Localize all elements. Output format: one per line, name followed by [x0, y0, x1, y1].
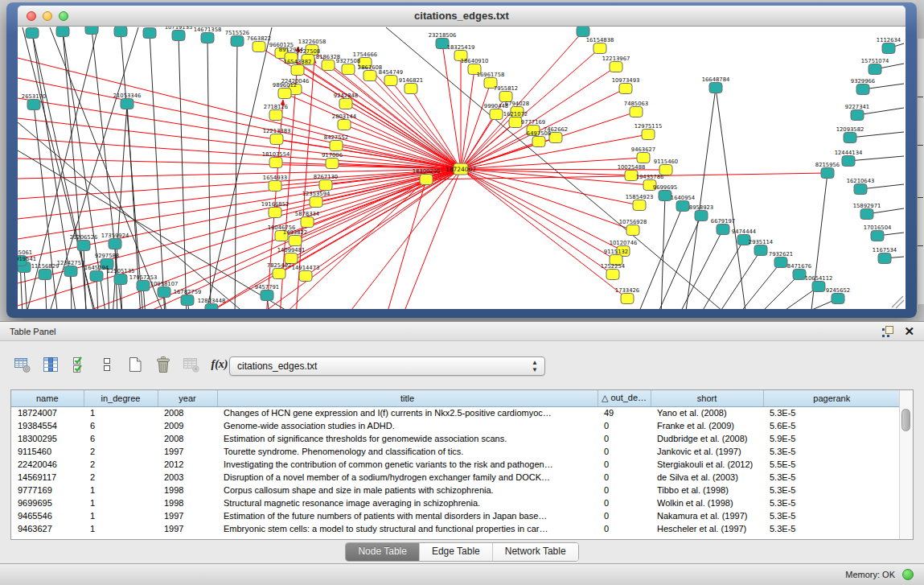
table-cell[interactable]: 1998	[158, 484, 217, 496]
graph-node[interactable]	[64, 266, 77, 277]
graph-node[interactable]	[593, 43, 606, 54]
table-cell[interactable]: Investigating the contribution of common…	[217, 458, 598, 471]
table-row[interactable]: 977716911998Corpus callosum shape and si…	[11, 484, 900, 496]
graph-node[interactable]	[181, 295, 194, 306]
table-row[interactable]: 946554611997Estimation of the future num…	[11, 509, 900, 522]
table-cell[interactable]: 9699695	[11, 496, 84, 509]
table-cell[interactable]: 5.6E-5	[763, 419, 900, 432]
table-cell[interactable]: 2	[84, 445, 158, 458]
table-cell[interactable]: 5.3E-5	[763, 484, 900, 496]
table-cell[interactable]: 19384554	[11, 419, 84, 432]
graph-edge[interactable]	[848, 156, 904, 161]
graph-node[interactable]	[490, 109, 503, 120]
graph-node[interactable]	[606, 270, 619, 280]
float-panel-button[interactable]	[882, 325, 894, 337]
table-cell[interactable]: 5.9E-5	[763, 432, 900, 445]
table-cell[interactable]: Changes of HCN gene expression and I(f) …	[217, 406, 598, 419]
delete-column-button[interactable]	[182, 355, 201, 374]
table-cell[interactable]: 0	[598, 432, 651, 445]
graph-node[interactable]	[261, 290, 273, 301]
memory-status-indicator[interactable]	[902, 569, 914, 580]
graph-node[interactable]	[854, 184, 867, 195]
graph-node[interactable]	[633, 200, 646, 211]
graph-node[interactable]	[326, 159, 339, 169]
table-cell[interactable]: de Silva et al. (2003)	[651, 471, 763, 484]
graph-edge[interactable]	[716, 88, 746, 309]
graph-node[interactable]	[114, 27, 127, 37]
graph-edge[interactable]	[442, 43, 461, 169]
graph-edge[interactable]	[207, 38, 211, 309]
table-cell[interactable]: 0	[598, 445, 651, 458]
table-cell[interactable]: Corpus callosum shape and size in male p…	[217, 484, 598, 496]
graph-node[interactable]	[121, 99, 133, 109]
graph-node[interactable]	[269, 181, 281, 192]
graph-node[interactable]	[301, 217, 314, 228]
graph-node[interactable]	[109, 239, 121, 249]
graph-node[interactable]	[143, 28, 156, 39]
graph-node[interactable]	[322, 60, 335, 71]
close-panel-button[interactable]: ✕	[904, 325, 914, 337]
graph-node[interactable]	[158, 287, 170, 298]
table-cell[interactable]: 6	[84, 432, 158, 445]
graph-node[interactable]	[269, 110, 282, 121]
table-row[interactable]: 1872400712008Changes of HCN gene express…	[11, 406, 900, 419]
graph-edge[interactable]	[18, 78, 461, 169]
table-cell[interactable]: 0	[598, 496, 651, 509]
table-row[interactable]: 911546021997Tourette syndrome. Phenomeno…	[11, 445, 900, 458]
table-row[interactable]: 2242004622012Investigating the contribut…	[11, 458, 900, 471]
graph-node[interactable]	[114, 274, 127, 285]
table-cell[interactable]: 1	[84, 484, 158, 496]
column-header[interactable]: pagerank	[763, 390, 900, 406]
table-cell[interactable]: Hescheler et al. (1997)	[651, 522, 763, 535]
graph-node[interactable]	[626, 225, 639, 236]
graph-node[interactable]	[869, 64, 881, 75]
graph-node[interactable]	[26, 28, 39, 39]
graph-edge[interactable]	[461, 112, 636, 169]
table-cell[interactable]: 5.3E-5	[763, 522, 900, 535]
graph-edge[interactable]	[461, 130, 533, 169]
graph-node[interactable]	[253, 42, 265, 52]
network-graph[interactable]: 1872400718300295240557242069140610653327…	[18, 27, 906, 309]
table-cell[interactable]: 5.3E-5	[763, 445, 900, 458]
table-cell[interactable]: 5.3E-5	[763, 496, 900, 509]
graph-node[interactable]	[659, 191, 671, 201]
table-cell[interactable]: Genome-wide association studies in ADHD.	[217, 419, 598, 432]
graph-edge[interactable]	[757, 274, 799, 309]
graph-node[interactable]	[577, 27, 589, 37]
table-cell[interactable]: Dudbridge et al. (2008)	[651, 432, 763, 445]
graph-node[interactable]	[856, 84, 869, 95]
view-mode-button[interactable]	[97, 355, 117, 374]
graph-node[interactable]	[27, 100, 40, 110]
graph-node[interactable]	[637, 153, 650, 163]
graph-node[interactable]	[273, 269, 285, 279]
table-cell[interactable]: Stergiakouli et al. (2012)	[651, 458, 763, 471]
table-cell[interactable]: 0	[598, 458, 651, 471]
graph-node[interactable]	[363, 71, 376, 81]
table-row[interactable]: 1830029562008Estimation of significance …	[11, 432, 900, 445]
graph-node[interactable]	[695, 211, 708, 221]
graph-node[interactable]	[330, 141, 343, 151]
function-builder-button[interactable]: f(x)	[210, 355, 229, 374]
graph-node[interactable]	[172, 31, 185, 41]
table-row[interactable]: 1938455462009Genome-wide association stu…	[11, 419, 900, 432]
graph-node[interactable]	[842, 156, 855, 167]
tab-edge-table[interactable]: Edge Table	[419, 543, 492, 561]
tab-network-table[interactable]: Network Table	[492, 543, 578, 561]
table-cell[interactable]: 5.5E-5	[763, 458, 900, 471]
column-header[interactable]: in_degree	[84, 390, 158, 406]
graph-node[interactable]	[621, 294, 634, 304]
table-cell[interactable]: Estimation of significance thresholds fo…	[217, 432, 598, 445]
row-select-button[interactable]	[69, 355, 88, 374]
table-cell[interactable]: Structural magnetic resonance image aver…	[217, 496, 598, 509]
graph-node[interactable]	[832, 294, 844, 304]
table-row[interactable]: 969969511998Structural magnetic resonanc…	[11, 496, 900, 509]
table-cell[interactable]: 49	[598, 406, 651, 419]
table-cell[interactable]: 2008	[158, 432, 217, 445]
graph-node[interactable]	[137, 281, 150, 291]
table-cell[interactable]: 5.3E-5	[763, 406, 900, 419]
table-cell[interactable]: Tourette syndrome. Phenomenology and cla…	[217, 445, 598, 458]
table-cell[interactable]: Embryonic stem cells: a model to study s…	[217, 522, 598, 535]
graph-edge[interactable]	[737, 262, 781, 309]
table-cell[interactable]: 1	[84, 509, 158, 522]
table-cell[interactable]: 14569117	[11, 471, 84, 484]
